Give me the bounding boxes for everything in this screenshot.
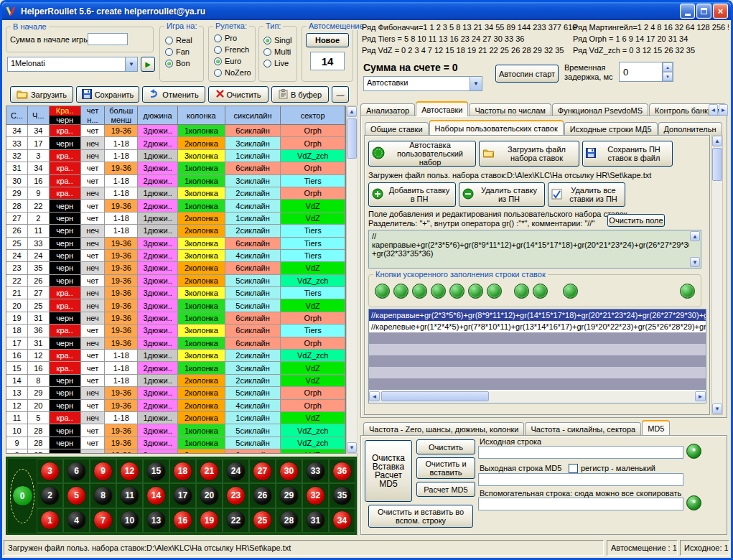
quick-fill-button-6[interactable] bbox=[468, 284, 483, 299]
quick-fill-button-11[interactable] bbox=[680, 284, 695, 299]
preset-play-button[interactable]: ▶ bbox=[141, 57, 155, 72]
roulette-number-12[interactable]: 12 bbox=[120, 462, 139, 481]
roulette-number-17[interactable]: 17 bbox=[173, 486, 192, 505]
roulette-number-4[interactable]: 4 bbox=[67, 510, 86, 530]
roulette-number-22[interactable]: 22 bbox=[226, 510, 246, 530]
md5-clear-button[interactable]: Очистить bbox=[416, 439, 475, 454]
type-radio-multi[interactable]: Multi bbox=[263, 46, 291, 57]
md5-calc-button[interactable]: Расчет MD5 bbox=[416, 482, 475, 497]
md5-clear-paste-calc-button[interactable]: Очистка Вставка Расчет MD5 bbox=[365, 440, 412, 502]
scrollbar-thumb[interactable] bbox=[712, 148, 722, 181]
scroll-right-icon[interactable]: ► bbox=[695, 391, 706, 401]
delay-spinner[interactable]: 0 ▲ ▼ bbox=[619, 62, 673, 82]
roulette-radio-euro[interactable]: Euro bbox=[214, 55, 251, 67]
roulette-number-30[interactable]: 30 bbox=[279, 462, 299, 481]
roulette-number-15[interactable]: 15 bbox=[146, 462, 166, 481]
md5-aux-action-button[interactable]: * bbox=[686, 495, 701, 510]
minimize-button[interactable] bbox=[680, 4, 695, 19]
quick-fill-button-8[interactable] bbox=[514, 284, 529, 299]
scroll-up-icon[interactable]: ▲ bbox=[712, 136, 722, 146]
roulette-number-9[interactable]: 9 bbox=[93, 462, 113, 481]
tab-freq-zero-chances[interactable]: Частота - Zero, шансы, дюжины, колонки bbox=[363, 422, 524, 435]
roulette-radio-pro[interactable]: Pro bbox=[214, 32, 251, 44]
md5-source-input[interactable] bbox=[478, 446, 683, 459]
lowercase-checkbox[interactable] bbox=[569, 464, 578, 473]
clear-field-button[interactable]: Очистить поле bbox=[607, 214, 665, 227]
to-buffer-button[interactable]: В буфер bbox=[271, 86, 329, 103]
chevron-down-icon[interactable]: ▼ bbox=[470, 77, 482, 90]
roulette-number-6[interactable]: 6 bbox=[67, 462, 86, 481]
type-radio-live[interactable]: Live bbox=[263, 57, 291, 69]
roulette-number-31[interactable]: 31 bbox=[306, 510, 325, 530]
scroll-down-icon[interactable]: ▼ bbox=[347, 442, 357, 453]
tab-scroll-left-icon[interactable]: ◄ bbox=[709, 104, 718, 116]
tab-scroll-right-icon[interactable]: ► bbox=[719, 104, 728, 116]
start-sum-input[interactable] bbox=[88, 33, 128, 45]
scrollbar-thumb[interactable] bbox=[347, 118, 357, 159]
roulette-number-3[interactable]: 3 bbox=[40, 462, 60, 481]
roulette-radio-french[interactable]: French bbox=[214, 44, 251, 55]
md5-clear-paste-aux-button[interactable]: Очистить и вставить во вспом. строку bbox=[368, 505, 473, 528]
quick-fill-button-9[interactable] bbox=[533, 284, 548, 299]
roulette-number-26[interactable]: 26 bbox=[253, 486, 272, 505]
md5-output-input[interactable] bbox=[478, 473, 683, 486]
close-button[interactable]: × bbox=[713, 4, 728, 19]
bets-list-item[interactable]: //карелевые+gr(1*2*4*5)+gr(7*8*10*11)+gr… bbox=[369, 321, 706, 332]
quick-fill-button-1[interactable] bbox=[375, 284, 390, 299]
undo-button[interactable]: Отменить bbox=[142, 86, 205, 103]
tab-autobets[interactable]: Автоставки bbox=[416, 101, 468, 116]
md5-clear-paste-button[interactable]: Очистить и вставить bbox=[416, 457, 475, 479]
save-button[interactable]: Сохранить bbox=[76, 86, 139, 103]
type-radio-singl[interactable]: Singl bbox=[263, 34, 291, 46]
md5-aux-input[interactable] bbox=[478, 498, 683, 510]
scroll-down-icon[interactable]: ▼ bbox=[690, 257, 700, 267]
zero-cell[interactable]: 0 bbox=[8, 459, 37, 533]
roulette-number-11[interactable]: 11 bbox=[120, 486, 139, 505]
roulette-number-35[interactable]: 35 bbox=[332, 486, 352, 505]
bets-list[interactable]: //кареправые+gr(2*3*5*6)+gr(8*9*11*12)+g… bbox=[368, 309, 706, 403]
roulette-number-5[interactable]: 5 bbox=[67, 486, 86, 505]
tab-custom-bet-sets[interactable]: Наборы пользовательских ставок bbox=[429, 120, 564, 135]
roulette-number-13[interactable]: 13 bbox=[146, 510, 166, 530]
roulette-number-29[interactable]: 29 bbox=[279, 486, 299, 505]
autobets-combo[interactable]: Автоставки ▼ bbox=[363, 76, 482, 91]
tab-freq-sixlines-sectors[interactable]: Частота - сиклайны, сектора bbox=[525, 422, 641, 435]
minus-button[interactable]: — bbox=[332, 86, 349, 103]
tab-psevdoms[interactable]: Функционал PsevdoMS bbox=[552, 103, 648, 116]
maximize-button[interactable] bbox=[696, 4, 711, 19]
roulette-number-23[interactable]: 23 bbox=[226, 486, 246, 505]
autobet-custom-set-button[interactable]: Автоставка пользовательский набор bbox=[368, 141, 476, 167]
roulette-number-25[interactable]: 25 bbox=[253, 510, 272, 530]
scroll-up-icon[interactable]: ▲ bbox=[690, 231, 700, 241]
roulette-number-10[interactable]: 10 bbox=[120, 510, 139, 530]
roulette-number-7[interactable]: 7 bbox=[93, 510, 113, 530]
clear-button[interactable]: Очистить bbox=[208, 86, 269, 103]
custom-bets-scrollbar[interactable]: ▲ ▼ bbox=[711, 135, 723, 415]
roulette-number-16[interactable]: 16 bbox=[173, 510, 192, 530]
spin-up-icon[interactable]: ▲ bbox=[663, 62, 673, 72]
bets-list-item[interactable]: //кареправые+gr(2*3*5*6)+gr(8*9*11*12)+g… bbox=[369, 309, 706, 321]
quick-fill-button-2[interactable] bbox=[393, 284, 408, 299]
scrollbar-thumb[interactable] bbox=[381, 391, 489, 401]
tab-md5[interactable]: MD5 bbox=[642, 420, 670, 435]
game-radio-bon[interactable]: Bon bbox=[165, 57, 192, 69]
remove-all-bets-button[interactable]: Удалить все ставки из ПН bbox=[548, 182, 625, 207]
roulette-number-18[interactable]: 18 bbox=[173, 462, 192, 481]
chevron-down-icon[interactable]: ▼ bbox=[125, 57, 137, 71]
roulette-number-14[interactable]: 14 bbox=[146, 486, 166, 505]
load-bet-file-button[interactable]: Загрузить файл набора ставок bbox=[479, 141, 579, 167]
list-h-scrollbar[interactable]: ◄ ► bbox=[369, 391, 706, 403]
save-bet-file-button[interactable]: Сохранить ПН ставок в файл bbox=[582, 141, 673, 167]
quick-fill-button-5[interactable] bbox=[449, 284, 464, 299]
roulette-number-28[interactable]: 28 bbox=[279, 510, 299, 530]
roulette-number-34[interactable]: 34 bbox=[332, 510, 352, 530]
scroll-down-icon[interactable]: ▼ bbox=[712, 403, 722, 414]
md5-source-action-button[interactable]: * bbox=[686, 444, 701, 459]
load-button[interactable]: Загрузить bbox=[10, 86, 73, 103]
new-number-button[interactable]: Новое bbox=[306, 33, 349, 47]
table-scrollbar[interactable]: ▲ ▼ bbox=[346, 106, 358, 454]
roulette-number-33[interactable]: 33 bbox=[306, 462, 325, 481]
quick-fill-button-7[interactable] bbox=[487, 284, 502, 299]
scroll-left-icon[interactable]: ◄ bbox=[369, 391, 380, 401]
roulette-number-20[interactable]: 20 bbox=[200, 486, 219, 505]
